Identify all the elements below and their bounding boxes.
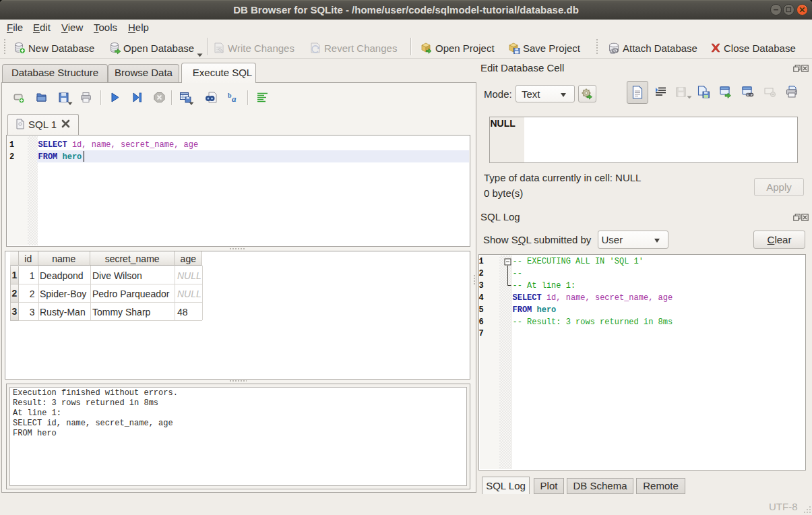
svg-text:a: a	[232, 94, 237, 104]
